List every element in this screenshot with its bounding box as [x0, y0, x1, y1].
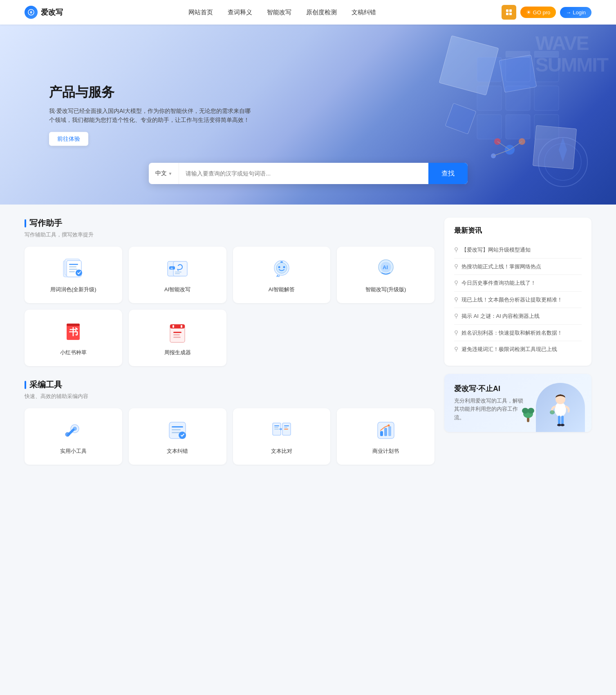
link-icon-4: ⚲ — [454, 313, 458, 319]
promo-description: 充分利用爱改写的工具，解锁其功能并利用您的内容工作流。 — [454, 397, 528, 422]
tool-ai-answer-label: AI智能解答 — [269, 286, 295, 293]
svg-rect-24 — [69, 264, 78, 265]
svg-rect-45 — [67, 324, 80, 326]
chevron-down-icon: ▼ — [168, 171, 172, 176]
svg-rect-72 — [380, 431, 383, 436]
tool-utility-label: 实用小工具 — [60, 448, 87, 455]
svg-rect-10 — [506, 51, 530, 57]
svg-rect-4 — [477, 86, 502, 110]
news-item-3[interactable]: ⚲ 现已上线！文本颜色分析器让提取更精准！ — [454, 292, 582, 308]
tool-word-polish[interactable]: 用词润色(全新升级) — [25, 247, 122, 303]
nav-original[interactable]: 原创度检测 — [306, 9, 337, 16]
tool-business-plan[interactable]: 商业计划书 — [337, 408, 435, 465]
svg-text:AI: AI — [170, 267, 173, 270]
right-panel: 最新资讯 ⚲ 【爱改写】网站升级模型通知 ⚲ 热搜功能正式上线！掌握网络热点 ⚲… — [444, 218, 591, 478]
svg-text:书: 书 — [69, 327, 78, 337]
svg-rect-2 — [506, 57, 530, 82]
svg-rect-66 — [274, 427, 278, 428]
nav-home[interactable]: 网站首页 — [188, 9, 213, 16]
tool-ai-answer[interactable]: AI AI智能解答 — [233, 247, 331, 303]
tool-text-compare-icon — [269, 418, 294, 443]
promo-figure — [536, 383, 585, 432]
svg-rect-74 — [388, 426, 391, 436]
tool-xiaohongshu-icon: 书 — [61, 319, 85, 344]
news-item-5[interactable]: ⚲ 姓名识别利器：快速提取和解析姓名数据！ — [454, 325, 582, 342]
writing-tools-grid: 用词润色(全新升级) AI — [25, 247, 435, 366]
caiji-section-title: 采编工具 — [25, 379, 435, 390]
tool-business-plan-label: 商业计划书 — [372, 448, 399, 455]
svg-rect-52 — [172, 325, 174, 328]
tool-ai-answer-icon: AI — [269, 256, 294, 281]
header-actions: ☀ GO pro → Login — [502, 5, 591, 20]
go-pro-button[interactable]: ☀ GO pro — [520, 7, 556, 18]
login-button[interactable]: → Login — [560, 7, 591, 18]
news-item-2[interactable]: ⚲ 今日历史事件查询功能上线了！ — [454, 275, 582, 292]
svg-rect-1 — [477, 57, 502, 82]
logo[interactable]: 爱改写 — [25, 6, 63, 19]
logo-text: 爱改写 — [41, 7, 63, 17]
news-text-3: 现已上线！文本颜色分析器让提取更精准！ — [461, 296, 562, 304]
nav-rewrite[interactable]: 智能改写 — [267, 9, 291, 16]
tool-smart-rewrite-pro[interactable]: AI 智能改写(升级版) — [337, 247, 435, 303]
link-icon-0: ⚲ — [454, 246, 458, 253]
svg-rect-69 — [284, 427, 287, 428]
news-text-0: 【爱改写】网站升级模型通知 — [461, 246, 531, 254]
go-pro-sun-icon: ☀ — [526, 9, 531, 16]
svg-rect-49 — [173, 332, 181, 333]
writing-section: 写作助手 写作辅助工具，撰写效率提升 — [25, 218, 435, 366]
svg-rect-79 — [561, 416, 564, 425]
news-item-4[interactable]: ⚲ 揭示 AI 之谜：AI 内容检测器上线 — [454, 308, 582, 325]
left-panel: 写作助手 写作辅助工具，撰写效率提升 — [25, 218, 435, 478]
tool-weekly-report[interactable]: 周报生成器 — [129, 310, 226, 366]
nav-correct[interactable]: 文稿纠错 — [352, 9, 376, 16]
svg-rect-6 — [534, 86, 559, 110]
link-icon-1: ⚲ — [454, 263, 458, 270]
tool-text-compare-label: 文本比对 — [271, 448, 292, 455]
search-lang-label: 中文 — [155, 170, 167, 177]
svg-point-37 — [278, 266, 280, 268]
promo-section: 爱改写·不止AI 充分利用爱改写的工具，解锁其功能并利用您的内容工作流。 — [444, 374, 591, 432]
svg-rect-32 — [175, 273, 180, 274]
svg-text:AI: AI — [383, 264, 388, 270]
tool-ai-rewrite[interactable]: AI AI智能改写 — [129, 247, 226, 303]
svg-rect-25 — [69, 266, 76, 268]
news-section-title: 最新资讯 — [454, 226, 582, 235]
apps-button[interactable] — [502, 5, 516, 20]
svg-text:AI: AI — [276, 274, 280, 278]
svg-rect-48 — [170, 324, 185, 328]
link-icon-5: ⚲ — [454, 329, 458, 336]
tool-xiaohongshu[interactable]: 书 小红书种草 — [25, 310, 122, 366]
news-item-0[interactable]: ⚲ 【爱改写】网站升级模型通知 — [454, 242, 582, 259]
svg-rect-5 — [506, 86, 530, 110]
svg-point-86 — [528, 408, 534, 414]
tool-text-correct-label: 文本纠错 — [167, 448, 188, 455]
tool-utility[interactable]: 实用小工具 — [25, 408, 122, 465]
svg-rect-39 — [280, 261, 283, 263]
news-section: 最新资讯 ⚲ 【爱改写】网站升级模型通知 ⚲ 热搜功能正式上线！掌握网络热点 ⚲… — [444, 218, 591, 366]
search-input[interactable] — [179, 163, 428, 184]
deco-circle — [534, 133, 591, 192]
writing-section-subtitle: 写作辅助工具，撰写效率提升 — [25, 231, 435, 238]
login-arrow-icon: → — [566, 9, 571, 16]
svg-rect-60 — [172, 429, 181, 430]
search-lang-selector[interactable]: 中文 ▼ — [149, 163, 179, 184]
tool-weekly-report-icon — [165, 319, 190, 344]
promo-deco-plant — [522, 402, 534, 424]
svg-point-75 — [388, 425, 390, 427]
search-button[interactable]: 查找 — [428, 163, 468, 184]
logo-icon — [25, 6, 38, 19]
nav-dict[interactable]: 查词释义 — [228, 9, 252, 16]
link-icon-2: ⚲ — [454, 279, 458, 286]
news-item-1[interactable]: ⚲ 热搜功能正式上线！掌握网络热点 — [454, 259, 582, 275]
news-item-6[interactable]: ⚲ 避免违规词汇！极限词检测工具现已上线 — [454, 341, 582, 358]
grid-icon — [506, 9, 512, 15]
svg-rect-78 — [558, 416, 560, 425]
tool-text-correct[interactable]: 文本纠错 — [129, 408, 226, 465]
svg-rect-59 — [172, 426, 183, 427]
svg-rect-73 — [384, 428, 387, 436]
hero-content: 产品与服务 我·爱改写已经全面接入国内AI大模型，作为你的智能伙伴，无论您的需求… — [49, 83, 253, 146]
experience-button[interactable]: 前往体验 — [49, 132, 88, 146]
svg-point-28 — [76, 270, 82, 276]
tool-text-compare[interactable]: 文本比对 — [233, 408, 331, 465]
tool-text-correct-icon — [165, 418, 190, 443]
